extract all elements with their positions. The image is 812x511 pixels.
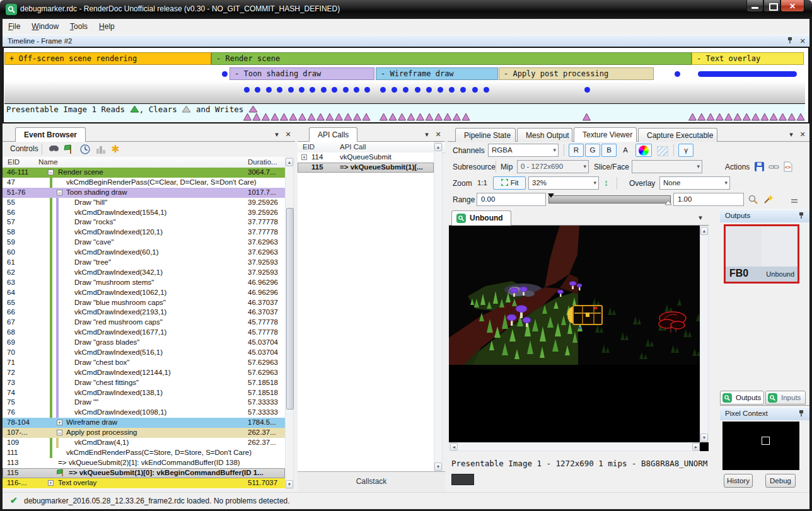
minimize-button[interactable] xyxy=(746,0,763,12)
link-icon[interactable] xyxy=(768,161,780,173)
menu-item-tools[interactable]: Tools xyxy=(64,19,93,35)
overlay-combo[interactable]: None▾ xyxy=(659,176,730,190)
channel-a-button[interactable]: A xyxy=(618,144,633,157)
scroll-up-icon[interactable]: ▲ xyxy=(434,143,442,151)
timeline-marker-bar[interactable]: - Apply post processing xyxy=(499,67,654,80)
collapse-expander[interactable]: − xyxy=(48,169,54,175)
texture-view[interactable]: ▲ ▼ ◄ ► xyxy=(449,226,709,451)
find-icon[interactable] xyxy=(48,144,59,155)
event-row[interactable]: 47vkCmdBeginRenderPass(C=Clear, D=Clear,… xyxy=(3,178,285,188)
event-row[interactable]: 75Draw ""57.33333 xyxy=(3,398,285,408)
tab-mesh-output[interactable]: Mesh Output xyxy=(517,128,572,142)
tab-unbound-texture[interactable]: Unbound xyxy=(451,210,511,226)
mip-combo[interactable]: 0 - 1272x690▾ xyxy=(517,160,589,173)
timeline-marker-bar[interactable]: + Off-screen scene rendering xyxy=(4,52,211,65)
event-row[interactable]: 56vkCmdDrawIndexed(1554,1)39.25926 xyxy=(3,208,285,218)
event-row[interactable]: 74vkCmdDrawIndexed(138,1)57.18518 xyxy=(3,388,285,398)
expand-expander[interactable]: + xyxy=(57,420,62,425)
close-icon[interactable]: ✕ xyxy=(434,130,443,139)
texture-image[interactable] xyxy=(449,226,705,365)
close-icon[interactable]: ✕ xyxy=(798,130,807,139)
event-row[interactable]: 68vkCmdDrawIndexed(1677,1)45.77778 xyxy=(3,328,285,338)
api-call-row[interactable]: +114vkQueueSubmit xyxy=(298,152,434,163)
close-button[interactable]: ✕ xyxy=(780,0,804,12)
flip-y-icon[interactable]: ↕ xyxy=(604,178,608,188)
event-row[interactable]: 57Draw "rocks"37.77778 xyxy=(3,217,285,227)
event-row[interactable]: 72vkCmdDrawIndexed(12144,1)57.62963 xyxy=(3,368,285,378)
magnifier-icon[interactable] xyxy=(748,194,759,205)
tab-inputs[interactable]: Inputs xyxy=(765,391,806,405)
api-calls-scrollbar[interactable]: ▲ ▼ xyxy=(434,142,443,471)
open-code-icon[interactable]: <> xyxy=(782,161,794,173)
alpha-checker-button[interactable] xyxy=(654,144,670,157)
gamma-button[interactable]: γ xyxy=(678,144,693,157)
chevron-down-icon[interactable]: ▾ xyxy=(422,130,431,139)
zoom-fit-button[interactable]: Fit xyxy=(493,176,526,190)
save-icon[interactable] xyxy=(754,161,765,173)
event-row[interactable]: 58vkCmdDrawIndexed(120,1)37.77778 xyxy=(3,227,285,238)
callstack-section[interactable]: Callstack xyxy=(298,471,445,493)
expand-expander[interactable]: + xyxy=(48,480,54,486)
timeline-marker-bar[interactable]: - Text overlay xyxy=(692,52,804,65)
history-button[interactable]: History xyxy=(724,474,753,488)
close-icon[interactable]: ✕ xyxy=(284,130,293,139)
event-row[interactable]: 113=> vkQueueSubmit(2)[1]: vkEndCommandB… xyxy=(3,458,285,468)
texture-hscrollbar[interactable]: ◄ ► xyxy=(449,442,700,451)
timeline-marker-bar[interactable]: - Render scene xyxy=(211,52,692,65)
event-row[interactable]: 111vkCmdEndRenderPass(C=Store, D=Store, … xyxy=(3,448,285,458)
slice-face-combo[interactable]: ▾ xyxy=(632,160,702,173)
event-row[interactable]: 67Draw "red mushroom caps"45.77778 xyxy=(3,318,285,328)
chevron-down-icon[interactable]: ▾ xyxy=(272,130,281,139)
menu-item-help[interactable]: Help xyxy=(93,19,120,35)
range-options-icon[interactable] xyxy=(791,196,802,207)
scroll-down-icon[interactable]: ▼ xyxy=(286,480,293,488)
range-max-input[interactable]: 1.00 xyxy=(673,193,744,206)
event-row[interactable]: 69Draw "grass blades"45.03704 xyxy=(3,338,285,348)
event-row[interactable]: 46-111−Render scene3064.7... xyxy=(3,168,285,178)
timeline-panel-header[interactable]: Timeline - Frame #2 ✕ xyxy=(3,35,809,47)
expand-expander[interactable]: + xyxy=(301,154,307,160)
pixel-context-header[interactable]: Pixel Context xyxy=(720,407,809,420)
scroll-down-icon[interactable]: ▼ xyxy=(700,433,708,442)
bookmark-flag-icon[interactable] xyxy=(64,144,75,155)
scroll-left-icon[interactable]: ◄ xyxy=(450,443,458,451)
chevron-down-icon[interactable]: ▾ xyxy=(696,213,705,222)
event-row[interactable]: 115=> vkQueueSubmit(1)[0]: vkBeginComman… xyxy=(3,468,285,478)
event-row[interactable]: 55Draw "hill"39.25926 xyxy=(3,198,285,208)
pixel-context-view[interactable] xyxy=(722,422,799,470)
tab-outputs[interactable]: Outputs xyxy=(720,391,764,405)
event-row[interactable]: 76vkCmdDrawIndexed(1098,1)57.33333 xyxy=(3,408,285,418)
event-row[interactable]: 59Draw "cave"37.62963 xyxy=(3,238,285,248)
event-row[interactable]: 61Draw "tree"37.92593 xyxy=(3,258,285,268)
scroll-up-icon[interactable]: ▲ xyxy=(700,227,708,235)
close-icon[interactable]: ✕ xyxy=(798,37,807,45)
event-row[interactable]: 71Draw "chest box"57.62963 xyxy=(3,358,285,368)
channel-b-button[interactable]: B xyxy=(601,144,617,157)
pin-icon[interactable] xyxy=(797,410,806,418)
range-slider[interactable] xyxy=(548,195,671,204)
zoom-1to1-button[interactable]: 1:1 xyxy=(474,176,490,190)
tab-pipeline-state[interactable]: Pipeline State xyxy=(455,128,516,142)
tab-texture-viewer[interactable]: Texture Viewer xyxy=(574,127,637,142)
texture-vsc rollbar[interactable]: ▲ ▼ xyxy=(700,226,709,442)
event-row[interactable]: 64vkCmdDrawIndexed(1062,1)46.96296 xyxy=(3,288,285,298)
event-row[interactable]: 70vkCmdDrawIndexed(516,1)45.03704 xyxy=(3,348,285,358)
event-browser-columns[interactable]: EID Name Duratio... xyxy=(3,157,285,168)
wand-icon[interactable] xyxy=(763,194,774,205)
maximize-button[interactable] xyxy=(763,0,780,12)
pin-icon[interactable] xyxy=(797,212,806,221)
event-browser-scrollbar[interactable]: ▲ ▼ xyxy=(285,157,294,489)
channel-r-button[interactable]: R xyxy=(569,144,584,157)
menu-item-window[interactable]: Window xyxy=(26,19,64,35)
range-min-input[interactable]: 0.00 xyxy=(477,193,546,206)
event-row[interactable]: 65Draw "blue mushroom caps"46.37037 xyxy=(3,298,285,308)
debug-button[interactable]: Debug xyxy=(765,474,796,488)
scroll-right-icon[interactable]: ► xyxy=(692,443,700,451)
timeline-marker-bar[interactable]: - Toon shading draw xyxy=(229,67,374,80)
api-calls-columns[interactable]: EID API Call xyxy=(298,142,445,153)
event-row[interactable]: 78-104+Wireframe draw1784.5... xyxy=(3,418,285,428)
chevron-down-icon[interactable]: ▾ xyxy=(787,130,796,139)
pin-icon[interactable] xyxy=(786,37,794,45)
event-row[interactable]: 60vkCmdDrawIndexed(60,1)37.62963 xyxy=(3,248,285,258)
channels-combo[interactable]: RGBA▾ xyxy=(488,144,559,157)
